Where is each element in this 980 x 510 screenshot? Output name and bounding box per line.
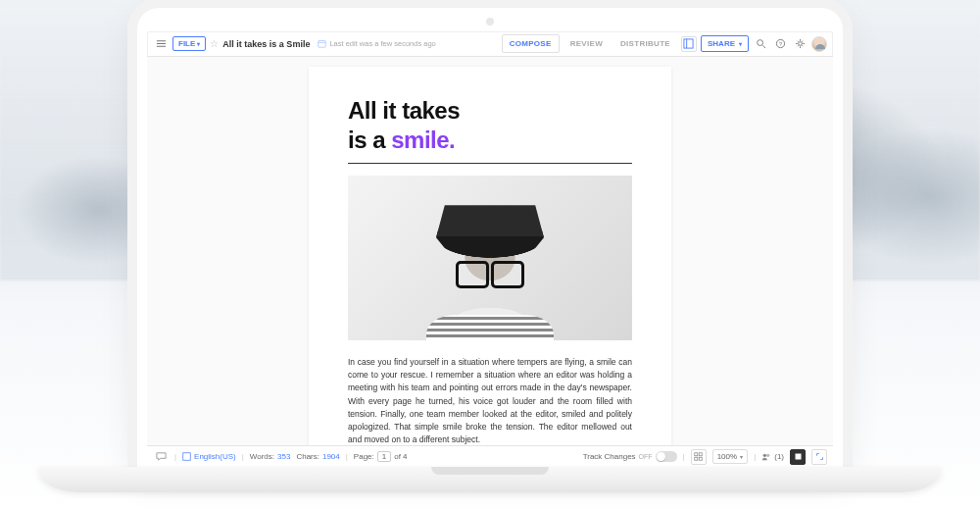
svg-point-2 [757, 40, 762, 46]
file-menu-label: FILE [178, 39, 195, 48]
status-bar: | English(US) | Words: 353 Chars: 1904 |… [147, 445, 833, 467]
article-body[interactable]: In case you find yourself in a situation… [348, 356, 632, 445]
search-icon[interactable] [753, 36, 768, 52]
star-icon[interactable]: ☆ [210, 38, 219, 49]
clock-icon [318, 39, 326, 48]
file-menu-button[interactable]: FILE [172, 36, 206, 51]
svg-rect-8 [699, 453, 702, 456]
svg-rect-1 [684, 39, 693, 48]
document-canvas[interactable]: All it takes is a smile. In case you fin… [147, 57, 833, 445]
tab-compose[interactable]: COMPOSE [502, 34, 560, 53]
menu-icon[interactable] [153, 36, 169, 52]
document-page[interactable]: All it takes is a smile. In case you fin… [309, 67, 671, 445]
expand-icon[interactable] [811, 449, 827, 465]
comment-icon[interactable] [153, 449, 169, 465]
svg-rect-9 [695, 457, 698, 460]
svg-rect-6 [183, 453, 191, 461]
globe-icon [182, 452, 191, 461]
document-title[interactable]: All it takes is a Smile [222, 39, 310, 49]
word-count[interactable]: Words: 353 [250, 452, 291, 461]
svg-rect-0 [318, 41, 326, 48]
language-selector[interactable]: English(US) [182, 452, 236, 461]
laptop-base [39, 467, 941, 492]
user-avatar[interactable] [811, 36, 827, 52]
collaborators-indicator[interactable]: (1) [761, 452, 784, 462]
top-toolbar: FILE ☆ All it takes is a Smile Last edit… [147, 31, 833, 57]
svg-rect-10 [699, 457, 702, 460]
layout-icon[interactable] [681, 36, 697, 52]
svg-text:?: ? [778, 41, 781, 47]
page-indicator[interactable]: Page: 1 of 4 [354, 451, 408, 462]
page-heading[interactable]: All it takes is a smile. [348, 96, 632, 155]
help-icon[interactable]: ? [772, 36, 788, 52]
tab-review[interactable]: REVIEW [564, 35, 610, 52]
svg-point-5 [798, 42, 802, 46]
app-window: FILE ☆ All it takes is a Smile Last edit… [147, 31, 833, 467]
heading-rule [348, 163, 632, 164]
article-image[interactable] [348, 176, 632, 340]
svg-rect-7 [695, 453, 698, 456]
settings-icon[interactable] [792, 36, 808, 52]
toggle-switch[interactable] [656, 451, 677, 462]
svg-rect-13 [795, 454, 801, 460]
laptop-frame: FILE ☆ All it takes is a Smile Last edit… [137, 8, 843, 467]
share-button[interactable]: SHARE [701, 35, 749, 52]
svg-point-12 [766, 453, 769, 456]
zoom-selector[interactable]: 100% [712, 449, 748, 464]
grid-view-icon[interactable] [691, 449, 707, 465]
share-label: SHARE [708, 39, 735, 48]
dark-mode-icon[interactable] [790, 449, 806, 465]
char-count[interactable]: Chars: 1904 [296, 452, 339, 461]
tab-distribute[interactable]: DISTRIBUTE [613, 35, 677, 52]
track-changes-toggle[interactable]: Track Changes OFF [583, 451, 677, 462]
laptop-camera [486, 18, 494, 26]
svg-point-11 [763, 453, 766, 456]
save-status: Last edit was a few seconds ago [318, 39, 435, 48]
people-icon [761, 452, 771, 462]
